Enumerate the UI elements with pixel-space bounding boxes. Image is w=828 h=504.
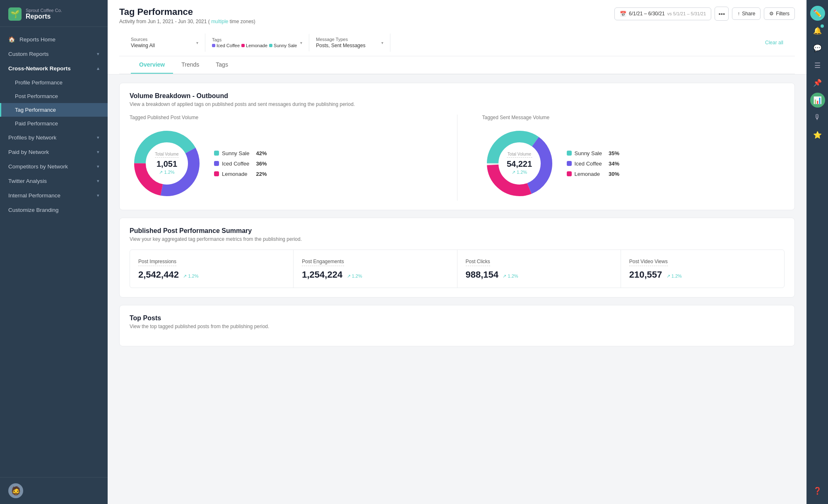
left-total-label: Total Volume bbox=[155, 152, 178, 158]
app-name: Reports bbox=[26, 13, 62, 20]
sidebar-item-custom-reports[interactable]: Custom Reports ▾ bbox=[0, 47, 108, 61]
iced-coffee-legend-dot bbox=[214, 161, 219, 166]
multiple-timezones-link[interactable]: multiple bbox=[211, 19, 228, 24]
listen-icon[interactable]: 🎙 bbox=[810, 110, 825, 125]
sidebar-item-label: Reports Home bbox=[19, 36, 55, 43]
sources-chevron-icon: ▾ bbox=[196, 41, 198, 45]
notification-badge bbox=[821, 24, 824, 28]
help-icon[interactable]: ❓ bbox=[810, 483, 825, 498]
sidebar-item-tag-performance[interactable]: Tag Performance bbox=[0, 103, 108, 117]
post-impressions-label: Post Impressions bbox=[138, 259, 176, 266]
post-performance-card: Published Post Performance Summary View … bbox=[119, 218, 795, 298]
sidebar-bottom: 🧔 bbox=[0, 477, 108, 504]
date-range-button[interactable]: 📅 6/1/21 – 6/30/21 vs 5/1/21 – 5/31/21 bbox=[614, 7, 711, 20]
lemonade-legend-dot bbox=[214, 171, 219, 176]
sidebar-item-internal-performance[interactable]: Internal Performance ▾ bbox=[0, 188, 108, 203]
sidebar-item-profiles-by-network[interactable]: Profiles by Network ▾ bbox=[0, 130, 108, 145]
main-content: Tag Performance Activity from Jun 1, 202… bbox=[108, 0, 806, 504]
legend-item: Lemonade 30% bbox=[567, 171, 620, 177]
stat-post-clicks: Post Clicks 988,154 ↗ 1.2% bbox=[457, 250, 621, 288]
tag-iced-coffee: Iced Coffee bbox=[212, 43, 240, 48]
right-donut-chart: Total Volume 54,221 ↗ 1.2% bbox=[482, 126, 557, 201]
tags-chevron-icon: ▾ bbox=[300, 41, 302, 45]
sidebar-brand: 🌱 Sprout Coffee Co. Reports bbox=[0, 0, 108, 27]
right-chart-label: Tagged Sent Message Volume bbox=[482, 115, 785, 120]
clear-all-button[interactable]: Clear all bbox=[765, 40, 783, 46]
legend-item: Iced Coffee 36% bbox=[214, 161, 267, 167]
publish-icon[interactable]: 📌 bbox=[810, 75, 825, 90]
sidebar-item-post-performance[interactable]: Post Performance bbox=[0, 89, 108, 103]
message-types-value: Posts, Sent Messages bbox=[316, 43, 365, 48]
post-engagements-label: Post Engagements bbox=[302, 259, 344, 266]
post-impressions-trend: ↗ 1.2% bbox=[183, 274, 198, 278]
legend-item: Lemonade 22% bbox=[214, 171, 267, 177]
stat-post-video-views: Post Video Views 210,557 ↗ 1.2% bbox=[621, 250, 784, 288]
volume-breakdown-title: Volume Breakdown - Outbound bbox=[130, 92, 785, 100]
tab-tags[interactable]: Tags bbox=[207, 56, 236, 74]
company-name: Sprout Coffee Co. bbox=[26, 8, 62, 13]
sources-filter[interactable]: Sources Viewing All ▾ bbox=[131, 34, 205, 52]
sidebar-item-profile-performance[interactable]: Profile Performance bbox=[0, 76, 108, 89]
custom-reports-label: Custom Reports bbox=[8, 51, 49, 57]
legend-item: Sunny Sale 42% bbox=[214, 150, 267, 156]
chevron-down-icon: ▾ bbox=[97, 193, 99, 198]
right-chart-legend: Sunny Sale 35% Iced Coffee 34% bbox=[567, 150, 620, 177]
sidebar-item-customize-branding[interactable]: Customize Branding bbox=[0, 203, 108, 217]
date-range-label: 6/1/21 – 6/30/21 bbox=[629, 11, 665, 17]
header-actions: 📅 6/1/21 – 6/30/21 vs 5/1/21 – 5/31/21 •… bbox=[614, 7, 795, 21]
sidebar-navigation: 🏠 Reports Home Custom Reports ▾ Cross-Ne… bbox=[0, 27, 108, 477]
vs-date-label: vs 5/1/21 – 5/31/21 bbox=[667, 11, 706, 16]
tasks-icon[interactable]: ☰ bbox=[810, 58, 825, 73]
more-options-button[interactable]: ••• bbox=[715, 7, 729, 21]
sidebar: 🌱 Sprout Coffee Co. Reports 🏠 Reports Ho… bbox=[0, 0, 108, 504]
more-icon: ••• bbox=[718, 10, 725, 17]
compose-icon[interactable]: ✏️ bbox=[810, 6, 825, 21]
chevron-down-icon: ▾ bbox=[97, 135, 99, 140]
share-button[interactable]: ↑ Share bbox=[732, 7, 761, 20]
right-total-label: Total Volume bbox=[507, 152, 532, 158]
tabs-bar: Overview Trends Tags bbox=[119, 56, 795, 74]
sidebar-item-paid-performance[interactable]: Paid Performance bbox=[0, 117, 108, 130]
tab-trends[interactable]: Trends bbox=[173, 56, 207, 74]
left-chart-label: Tagged Published Post Volume bbox=[130, 115, 432, 120]
tags-filter[interactable]: Tags Iced Coffee Lemonade Sunny Sale bbox=[212, 34, 309, 51]
sidebar-item-twitter-analysis[interactable]: Twitter Analysis ▾ bbox=[0, 174, 108, 188]
sidebar-item-paid-by-network[interactable]: Paid by Network ▾ bbox=[0, 145, 108, 159]
right-total-value: 54,221 bbox=[507, 159, 532, 169]
post-clicks-label: Post Clicks bbox=[466, 259, 490, 266]
chevron-down-icon: ▾ bbox=[97, 164, 99, 169]
notifications-icon[interactable]: 🔔 bbox=[810, 23, 825, 38]
volume-breakdown-card: Volume Breakdown - Outbound View a break… bbox=[119, 83, 795, 210]
section-label: Cross-Network Reports bbox=[8, 65, 71, 72]
brand-icon: 🌱 bbox=[8, 7, 22, 21]
left-total-trend: ↗ 1.2% bbox=[155, 170, 178, 175]
post-video-views-trend: ↗ 1.2% bbox=[667, 274, 682, 278]
right-chart-block: Tagged Sent Message Volume bbox=[482, 115, 785, 201]
chevron-down-icon: ▾ bbox=[97, 149, 99, 155]
sidebar-section-cross-network[interactable]: Cross-Network Reports ▴ bbox=[0, 61, 108, 76]
page-subtitle: Activity from Jun 1, 2021 - Jun 30, 2021… bbox=[119, 19, 255, 24]
charts-row: Tagged Published Post Volume bbox=[130, 115, 785, 201]
avatar[interactable]: 🧔 bbox=[8, 483, 23, 498]
tab-overview[interactable]: Overview bbox=[131, 56, 173, 74]
analytics-icon[interactable]: 📊 bbox=[810, 93, 825, 108]
cross-network-children: Profile Performance Post Performance Tag… bbox=[0, 76, 108, 130]
left-chart: Total Volume 1,051 ↗ 1.2% Sunny Sale bbox=[130, 126, 432, 201]
chevron-down-icon: ▾ bbox=[97, 51, 99, 57]
tag-sunny-sale: Sunny Sale bbox=[269, 43, 297, 48]
iced-coffee-dot bbox=[212, 44, 215, 47]
reviews-icon[interactable]: ⭐ bbox=[810, 127, 825, 142]
filters-icon: ⚙ bbox=[769, 11, 774, 17]
left-chart-legend: Sunny Sale 42% Iced Coffee 36% bbox=[214, 150, 267, 177]
left-donut-center: Total Volume 1,051 ↗ 1.2% bbox=[155, 152, 178, 175]
sidebar-item-reports-home[interactable]: 🏠 Reports Home bbox=[0, 32, 108, 47]
sidebar-item-competitors-by-network[interactable]: Competitors by Network ▾ bbox=[0, 159, 108, 174]
legend-item: Sunny Sale 35% bbox=[567, 150, 620, 156]
page-header: Tag Performance Activity from Jun 1, 202… bbox=[108, 0, 806, 74]
messages-icon[interactable]: 💬 bbox=[810, 41, 825, 55]
message-types-filter[interactable]: Message Types Posts, Sent Messages ▾ bbox=[316, 34, 390, 52]
chart-divider bbox=[457, 115, 457, 201]
filters-button[interactable]: ⚙ Filters bbox=[764, 7, 795, 20]
tag-lemonade: Lemonade bbox=[241, 43, 267, 48]
stat-post-impressions: Post Impressions 2,542,442 ↗ 1.2% bbox=[130, 250, 294, 288]
